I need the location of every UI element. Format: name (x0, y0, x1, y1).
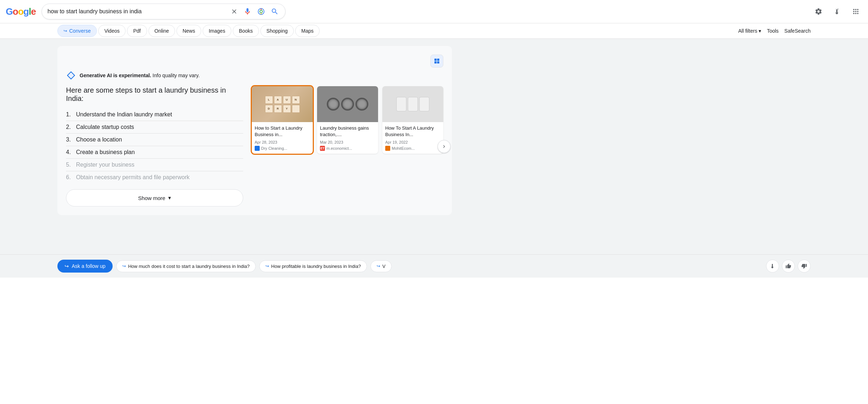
step-6-num: 6. (66, 174, 73, 181)
all-filters-label: All filters (738, 28, 757, 34)
step-6-text: Obtain necessary permits and file paperw… (76, 174, 190, 181)
followup-chip-2[interactable]: ↪ How profitable is laundry business in … (259, 260, 367, 272)
tab-videos-label: Videos (104, 28, 120, 34)
tab-converse[interactable]: ↪ Converse (57, 25, 97, 37)
logo-g2: g (23, 6, 29, 17)
main-content: Generative AI is experimental. Info qual… (0, 39, 868, 254)
tab-converse-label: Converse (69, 28, 91, 34)
chip-2-arrow-icon: ↪ (265, 264, 269, 269)
tab-videos[interactable]: Videos (98, 25, 126, 37)
google-logo[interactable]: Google (6, 6, 36, 17)
voice-search-button[interactable] (243, 7, 252, 16)
chip-1-arrow-icon: ↪ (122, 264, 126, 269)
tile-y: Y (283, 105, 291, 113)
apps-icon[interactable] (849, 5, 862, 18)
grid-view-button[interactable] (430, 55, 443, 68)
ai-cards: L A U N D R Y How to Start a Laundry Bus… (252, 86, 443, 206)
show-more-label: Show more (138, 195, 165, 201)
tile-a: A (274, 96, 282, 104)
step-2-text: Calculate startup costs (76, 124, 134, 130)
ai-step-6[interactable]: 6. Obtain necessary permits and file pap… (66, 171, 243, 184)
ai-box-header-row (66, 55, 443, 68)
tools-label: Tools (767, 28, 779, 34)
chevron-down-icon: ▾ (168, 195, 171, 201)
card-3-source-icon (385, 146, 390, 151)
nav-right: All filters ▾ Tools SafeSearch (738, 28, 811, 34)
carousel-next-button[interactable] (438, 140, 450, 153)
followup-chip-1-text: How much does it cost to start a laundry… (128, 264, 250, 269)
ai-step-5[interactable]: 5. Register your business (66, 159, 243, 171)
card-3-title: How To Start A Laundry Business In... (385, 125, 440, 138)
tab-pdf-label: Pdf (133, 28, 141, 34)
ai-step-2[interactable]: 2. Calculate startup costs (66, 121, 243, 134)
followup-bar: ↪ Ask a follow up ↪ How much does it cos… (0, 254, 868, 278)
thumbs-up-button[interactable] (782, 260, 795, 273)
card-1-source-icon (255, 146, 260, 151)
ai-left: Here are some steps to start a laundry b… (66, 86, 243, 206)
step-1-text: Understand the Indian laundry market (76, 111, 172, 118)
safesearch-label: SafeSearch (784, 28, 811, 34)
submit-search-button[interactable] (270, 7, 279, 16)
tile-l: L (265, 96, 273, 104)
chip-v-arrow-icon: ↪ (377, 264, 380, 269)
settings-icon[interactable] (812, 5, 825, 18)
ai-step-1[interactable]: 1. Understand the Indian laundry market (66, 108, 243, 121)
step-4-text: Create a business plan (76, 149, 135, 155)
followup-chip-v[interactable]: ↪ V (371, 260, 392, 272)
tab-news[interactable]: News (176, 25, 201, 37)
card-2-title: Laundry business gains traction,.... (320, 125, 375, 138)
svg-point-1 (260, 10, 262, 13)
flask-action-icon[interactable] (766, 260, 779, 273)
tab-shopping[interactable]: Shopping (260, 25, 294, 37)
tab-online[interactable]: Online (148, 25, 175, 37)
safesearch-button[interactable]: SafeSearch (784, 28, 811, 34)
show-more-button[interactable]: Show more ▾ (66, 189, 243, 206)
tile-blank (292, 105, 300, 113)
tile-r: R (274, 105, 282, 113)
card-1-body: How to Start a Laundry Business in... Ap… (252, 122, 313, 154)
card-1[interactable]: L A U N D R Y How to Start a Laundry Bus… (252, 86, 313, 154)
followup-chip-1[interactable]: ↪ How much does it cost to start a laund… (116, 260, 256, 272)
ask-followup-button[interactable]: ↪ Ask a follow up (57, 260, 113, 273)
tab-books[interactable]: Books (233, 25, 259, 37)
tools-button[interactable]: Tools (767, 28, 779, 34)
step-3-text: Choose a location (76, 136, 122, 143)
lens-search-button[interactable] (256, 7, 266, 16)
card-2-date: Mar 20, 2023 (320, 140, 375, 144)
ai-step-4[interactable]: 4. Create a business plan (66, 146, 243, 159)
card-1-source: Dry Cleaning... (255, 146, 310, 151)
ai-badge-bold: Generative AI is experimental. (80, 73, 151, 78)
clear-search-button[interactable] (230, 7, 239, 16)
all-filters-button[interactable]: All filters ▾ (738, 28, 761, 34)
search-bar (42, 4, 286, 19)
ai-title: Here are some steps to start a laundry b… (66, 86, 243, 103)
step-1-num: 1. (66, 111, 73, 118)
ai-steps: 1. Understand the Indian laundry market … (66, 108, 243, 184)
tab-maps-label: Maps (301, 28, 313, 34)
card-3-image (382, 86, 443, 122)
tab-images-label: Images (209, 28, 225, 34)
tab-maps[interactable]: Maps (295, 25, 320, 37)
logo-o1: o (13, 6, 18, 17)
thumbs-down-button[interactable] (798, 260, 811, 273)
tab-images[interactable]: Images (203, 25, 231, 37)
search-input[interactable] (48, 8, 227, 15)
flask-icon[interactable] (831, 5, 844, 18)
card-1-date: Apr 28, 2023 (255, 140, 310, 144)
ai-box: Generative AI is experimental. Info qual… (57, 46, 452, 215)
followup-chip-2-text: How profitable is laundry business in In… (271, 264, 361, 269)
card-2-source-icon: ET (320, 146, 325, 151)
card-1-source-text: Dry Cleaning... (261, 146, 287, 150)
tab-pdf[interactable]: Pdf (127, 25, 147, 37)
card-3[interactable]: How To Start A Laundry Business In... Ap… (382, 86, 443, 154)
ai-body: Here are some steps to start a laundry b… (66, 86, 443, 206)
card-2[interactable]: Laundry business gains traction,.... Mar… (317, 86, 378, 154)
tile-d: D (265, 105, 273, 113)
ai-step-3[interactable]: 3. Choose a location (66, 134, 243, 146)
header: Google (0, 0, 868, 23)
ai-badge-text: Generative AI is experimental. Info qual… (80, 73, 200, 78)
tab-books-label: Books (239, 28, 253, 34)
step-4-num: 4. (66, 149, 73, 155)
step-3-num: 3. (66, 136, 73, 143)
white-machine-1 (396, 97, 406, 111)
